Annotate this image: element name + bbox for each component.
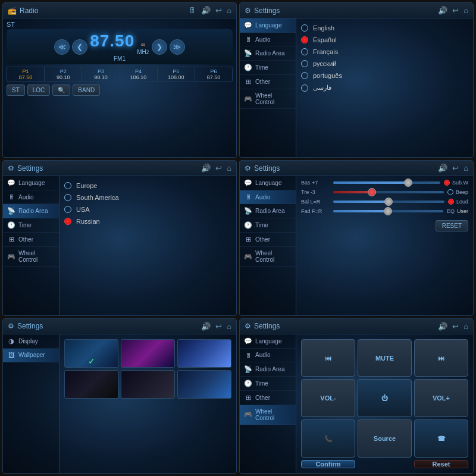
volume-icon-3[interactable]: 🔊 — [201, 164, 211, 173]
home-icon[interactable]: ⌂ — [227, 6, 231, 15]
sidebar-item-wheel-6[interactable]: 🎮 Wheel Control — [240, 405, 296, 425]
sidebar-item-radio-area-4[interactable]: 📡 Radio Area — [240, 204, 296, 218]
seek-left-btn[interactable]: ≪ — [54, 39, 70, 55]
wallpaper-6[interactable] — [177, 370, 231, 399]
prev-btn[interactable]: ⏮ — [301, 339, 355, 377]
sidebar-item-language-1[interactable]: 💬 Language — [240, 18, 296, 33]
lang-portuguese[interactable]: português — [301, 70, 468, 82]
home-icon-6[interactable]: ⌂ — [464, 322, 468, 331]
search-btn[interactable]: 🔍 — [52, 84, 70, 96]
hangup-btn[interactable]: ☎ — [414, 419, 468, 458]
bass-slider[interactable] — [333, 181, 440, 184]
preset-5[interactable]: P5 108.00 — [158, 67, 195, 82]
volume-icon-2[interactable]: 🔊 — [438, 6, 447, 15]
sidebar-item-audio-4[interactable]: 🎚 Audio — [240, 190, 296, 204]
area-south-america[interactable]: South America — [64, 192, 231, 203]
eq-toggle[interactable]: EQ User — [447, 208, 468, 214]
power-btn[interactable]: ⏻ — [358, 379, 412, 417]
sidebar-item-wheel-1[interactable]: 🎮 Wheel Control — [240, 89, 296, 109]
lang-russian[interactable]: русский — [301, 58, 468, 70]
wallpaper-2[interactable] — [121, 339, 175, 368]
sidebar-item-time-1[interactable]: 🕐 Time — [240, 61, 296, 75]
area-usa[interactable]: USA — [64, 203, 231, 215]
sidebar-item-audio-3[interactable]: 🎚 Audio — [3, 190, 59, 204]
lang-english-radio — [301, 24, 308, 32]
sidebar-item-wheel-4[interactable]: 🎮 Wheel Control — [240, 247, 296, 267]
back-icon-5[interactable]: ↩ — [215, 322, 222, 331]
mute-btn[interactable]: MUTE — [358, 339, 412, 377]
sidebar-item-audio-6[interactable]: 🎚 Audio — [240, 349, 296, 362]
source-btn[interactable]: Source — [358, 419, 412, 458]
preset-3[interactable]: P3 98.10 — [82, 67, 120, 82]
lang-english[interactable]: English — [301, 22, 468, 34]
tune-right-btn[interactable]: ❯ — [152, 39, 167, 55]
lang-francais[interactable]: Français — [301, 46, 468, 58]
loud-toggle[interactable]: Loud — [448, 199, 468, 205]
settings-language-controls: 🔊 ↩ ⌂ — [438, 6, 468, 15]
tune-left-btn[interactable]: ❮ — [72, 39, 87, 55]
presets-row: P1 87.50 P2 90.10 P3 98.10 P4 106.10 P5 — [7, 67, 233, 82]
fader-slider[interactable] — [333, 210, 443, 212]
sidebar-item-radio-area-1[interactable]: 📡 Radio Area — [240, 46, 296, 61]
band-btn[interactable]: BAND — [73, 84, 100, 96]
preset-2[interactable]: P2 90.10 — [45, 67, 82, 82]
wallpaper-5[interactable] — [121, 370, 175, 399]
audio-reset-btn[interactable]: RESET — [436, 220, 468, 231]
st-btn[interactable]: ST — [7, 84, 25, 96]
vol-up-btn[interactable]: VOL+ — [414, 379, 468, 417]
wallpaper-4[interactable] — [64, 370, 118, 399]
home-icon-4[interactable]: ⌂ — [464, 164, 468, 173]
home-icon-5[interactable]: ⌂ — [227, 322, 231, 331]
loc-btn[interactable]: LOC — [27, 84, 51, 96]
seek-right-btn[interactable]: ≫ — [170, 39, 185, 55]
wallpaper-3[interactable] — [177, 339, 231, 368]
back-icon-6[interactable]: ↩ — [452, 322, 459, 331]
equalizer-icon[interactable]: 🎚 — [189, 6, 196, 15]
sidebar-item-language-3[interactable]: 💬 Language — [3, 176, 59, 190]
area-europe[interactable]: Europe — [64, 180, 231, 192]
vol-down-btn[interactable]: VOL- — [301, 379, 355, 417]
volume-icon-5[interactable]: 🔊 — [201, 322, 211, 331]
sidebar-item-other-6[interactable]: ⊞ Other — [240, 391, 296, 405]
lang-farsi[interactable]: فارسی — [301, 82, 468, 94]
sidebar-item-time-3[interactable]: 🕐 Time — [3, 218, 59, 233]
back-icon-4[interactable]: ↩ — [452, 164, 459, 173]
sidebar-item-time-6[interactable]: 🕐 Time — [240, 377, 296, 391]
sidebar-item-language-4[interactable]: 💬 Language — [240, 176, 296, 190]
back-icon-3[interactable]: ↩ — [215, 164, 222, 173]
sidebar-item-radio-area-6[interactable]: 📡 Radio Area — [240, 362, 296, 377]
sidebar-item-display[interactable]: ◑ Display — [3, 334, 59, 349]
sidebar-item-wallpaper[interactable]: 🖼 Wallpaper — [3, 349, 59, 362]
lang-espanol[interactable]: Español — [301, 34, 468, 46]
sidebar-item-language-6[interactable]: 💬 Language — [240, 334, 296, 349]
volume-icon[interactable]: 🔊 — [201, 6, 211, 15]
sidebar-item-other-1[interactable]: ⊞ Other — [240, 75, 296, 89]
sidebar-item-other-3[interactable]: ⊞ Other — [3, 233, 59, 247]
audio-content: Bas +7 Sub.W Tre -3 — [296, 176, 473, 315]
volume-icon-6[interactable]: 🔊 — [438, 322, 447, 331]
sidebar-item-radio-area-3[interactable]: 📡 Radio Area — [3, 204, 59, 218]
sidebar-item-other-4[interactable]: ⊞ Other — [240, 233, 296, 247]
preset-6[interactable]: P6 87.50 — [195, 67, 232, 82]
back-icon[interactable]: ↩ — [215, 6, 222, 15]
treble-slider[interactable] — [333, 191, 444, 193]
home-icon-3[interactable]: ⌂ — [227, 164, 231, 173]
back-icon-2[interactable]: ↩ — [452, 6, 459, 15]
balance-slider[interactable] — [333, 201, 444, 203]
wallpaper-1[interactable] — [64, 339, 118, 368]
sidebar-item-time-4[interactable]: 🕐 Time — [240, 218, 296, 233]
next-btn[interactable]: ⏭ — [414, 339, 468, 377]
wheel-reset-btn[interactable]: Reset — [414, 460, 468, 468]
preset-1[interactable]: P1 87.50 — [7, 67, 45, 82]
home-icon-2[interactable]: ⌂ — [464, 6, 468, 15]
volume-icon-4[interactable]: 🔊 — [438, 164, 447, 173]
preset-4[interactable]: P4 106.10 — [120, 67, 158, 82]
sidebar-item-wheel-3[interactable]: 🎮 Wheel Control — [3, 247, 59, 267]
area-russian[interactable]: Russian — [64, 215, 231, 227]
confirm-btn[interactable]: Confirm — [301, 460, 355, 468]
sidebar-item-audio-1[interactable]: 🎚 Audio — [240, 33, 296, 46]
subw-toggle[interactable]: Sub.W — [444, 180, 468, 186]
loop-icon: ∞ — [141, 41, 145, 48]
call-btn[interactable]: 📞 — [301, 419, 355, 458]
beep-toggle[interactable]: Beep — [447, 189, 468, 195]
